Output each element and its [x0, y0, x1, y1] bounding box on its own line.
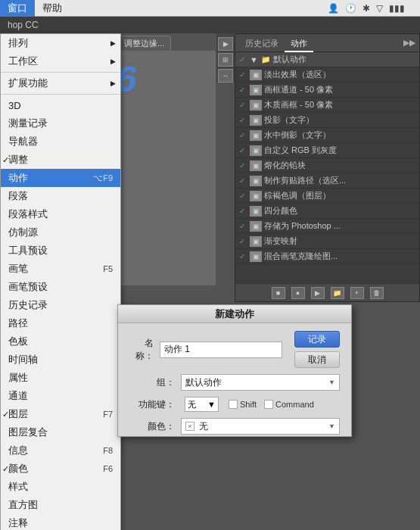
new-action-btn[interactable]: + — [350, 287, 364, 299]
menu-item-label: 调整 — [8, 153, 28, 167]
dialog-group-select[interactable]: 默认动作 ▼ — [181, 374, 340, 391]
menu-item-brush[interactable]: 画笔 F5 — [1, 260, 120, 278]
panel-more-icon[interactable]: ▶▶ — [403, 38, 415, 48]
list-item[interactable]: ✓ ▣ 四分颜色 — [235, 204, 419, 219]
record-btn[interactable]: ● — [291, 287, 305, 299]
list-item[interactable]: ✓ ▣ 自定义 RGB 到灰度 — [235, 143, 419, 158]
shortcut-brush: F5 — [103, 264, 113, 273]
shift-checkbox-item: Shift — [229, 400, 257, 409]
color-x-icon: × — [185, 422, 194, 431]
menu-item-label: 排列 — [8, 36, 28, 50]
new-folder-btn[interactable]: 📁 — [331, 287, 344, 299]
right-tool-strip: ▶ ⊞ ↔ — [216, 33, 235, 83]
ps-titlebar: hop CC — [0, 17, 420, 33]
menu-item-workspace[interactable]: 工作区 — [1, 52, 120, 70]
menu-item-paragraph[interactable]: 段落 — [1, 187, 120, 205]
dialog-name-label: 名称： — [129, 337, 154, 363]
menu-item-label: 图层 — [8, 407, 28, 421]
shortcut-layers: F7 — [103, 410, 113, 419]
dialog-fkey-row: 功能键： 无 ▼ Shift Command — [129, 397, 340, 412]
menu-item-label: 属性 — [8, 371, 28, 385]
menu-item-adjust[interactable]: 调整 — [1, 151, 120, 169]
wifi-icon: ▽ — [376, 3, 383, 14]
panel-header: 历史记录 动作 ▶▶ — [235, 34, 419, 52]
menu-item-label: 色板 — [8, 335, 28, 348]
menu-item-properties[interactable]: 属性 — [1, 369, 120, 387]
menu-item-info[interactable]: 信息 F8 — [1, 441, 120, 460]
adjust-edge-button[interactable]: 调整边缘... — [117, 36, 171, 51]
dialog-body: 名称： 记录 取消 组： 默认动作 ▼ 功能键： 无 — [118, 323, 351, 448]
strip-btn-3[interactable]: ↔ — [218, 69, 233, 83]
fkey-value: 无 — [188, 399, 196, 410]
menu-item-layer-comp[interactable]: 图层复合 — [1, 423, 120, 441]
chevron-down-icon: ▼ — [328, 422, 335, 430]
list-item[interactable]: ✓ ▣ 投影（文字） — [235, 113, 419, 128]
menu-item-history[interactable]: 历史记录 — [1, 296, 120, 314]
menu-item-label: 导航器 — [8, 135, 38, 148]
tab-actions[interactable]: 动作 — [285, 34, 313, 52]
menu-item-color[interactable]: 颜色 F6 — [1, 460, 120, 478]
menu-item-measure[interactable]: 测量记录 — [1, 114, 120, 132]
menu-item-actions[interactable]: 动作 ⌥F9 — [1, 169, 120, 187]
menu-item-label: 工作区 — [8, 55, 38, 68]
delete-btn[interactable]: 🗑 — [370, 287, 384, 299]
dialog-color-row: 颜色： × 无 ▼ — [129, 418, 340, 435]
dialog-name-input[interactable] — [160, 341, 282, 358]
menu-item-paths[interactable]: 路径 — [1, 314, 120, 332]
list-item[interactable]: ✓ ▣ 水中倒影（文字） — [235, 128, 419, 143]
menu-item-arrange[interactable]: 排列 — [1, 34, 120, 52]
menu-item-channels[interactable]: 通道 — [1, 387, 120, 405]
strip-btn-2[interactable]: ⊞ — [218, 53, 233, 67]
menu-item-label: 画笔预设 — [8, 280, 48, 294]
command-checkbox[interactable] — [264, 400, 273, 409]
menu-item-clone-src[interactable]: 仿制源 — [1, 223, 120, 242]
dialog-group-label: 组： — [129, 376, 175, 389]
menu-item-label: 测量记录 — [8, 117, 48, 130]
shift-checkbox[interactable] — [229, 400, 238, 409]
dialog-color-select[interactable]: × 无 ▼ — [181, 418, 340, 435]
menu-item-layers[interactable]: 图层 F7 — [1, 405, 120, 423]
list-item[interactable]: ✓ ▣ 混合画笔克隆绘图... — [235, 249, 419, 264]
menu-item-extend[interactable]: 扩展功能 — [1, 74, 120, 92]
menu-item-brush-preset[interactable]: 画笔预设 — [1, 278, 120, 296]
menu-item-navigator[interactable]: 导航器 — [1, 132, 120, 151]
dialog-fkey-select[interactable]: 无 ▼ — [185, 397, 219, 412]
stop-btn[interactable]: ■ — [272, 287, 285, 299]
menu-item-help[interactable]: 帮助 — [35, 0, 70, 17]
cancel-button[interactable]: 取消 — [294, 351, 340, 368]
list-item[interactable]: ✓ ▣ 木质画框 - 50 像素 — [235, 98, 419, 113]
shortcut-info: F8 — [103, 446, 113, 455]
dialog-group-row: 组： 默认动作 ▼ — [129, 374, 340, 391]
menu-item-swatches[interactable]: 色板 — [1, 332, 120, 351]
menu-item-timeline[interactable]: 时间轴 — [1, 351, 120, 369]
list-item[interactable]: ✓ ▣ 画框通道 - 50 像素 — [235, 83, 419, 98]
menu-item-notes[interactable]: 注释 — [1, 514, 120, 530]
list-item[interactable]: ✓ ▣ 制作剪贴路径（选区... — [235, 173, 419, 189]
actions-list: ✓ ▼ 📁 默认动作 ✓ ▣ 淡出效果（选区） ✓ ▣ 画框通道 - 50 像素… — [235, 52, 419, 274]
menu-item-label: 3D — [8, 100, 21, 111]
menu-item-window[interactable]: 窗口 — [0, 0, 35, 17]
dialog-group-value: 默认动作 — [185, 376, 222, 389]
tab-history[interactable]: 历史记录 — [239, 34, 285, 52]
menu-item-label: 工具预设 — [8, 244, 48, 257]
menu-item-histogram[interactable]: 直方图 — [1, 496, 120, 514]
menu-item-3d[interactable]: 3D — [1, 96, 120, 114]
list-item[interactable]: ✓ ▣ 熔化的铅块 — [235, 158, 419, 173]
menu-item-parastyle[interactable]: 段落样式 — [1, 205, 120, 223]
dialog-right-buttons: 记录 取消 — [288, 331, 340, 368]
list-item[interactable]: ✓ ▣ 淡出效果（选区） — [235, 67, 419, 83]
list-item[interactable]: ✓ ▣ 存储为 Photoshop ... — [235, 219, 419, 234]
play-btn[interactable]: ▶ — [311, 287, 325, 299]
strip-btn-1[interactable]: ▶ — [218, 37, 233, 51]
menu-item-label: 注释 — [8, 516, 28, 530]
menu-item-label: 直方图 — [8, 498, 38, 512]
group-label: 默认动作 — [273, 54, 306, 65]
list-item[interactable]: ✓ ▣ 棕褐色调（图层） — [235, 189, 419, 204]
menu-item-label: 图层复合 — [8, 426, 48, 439]
list-item[interactable]: ✓ ▣ 渐变映射 — [235, 234, 419, 249]
menu-item-label: 仿制源 — [8, 226, 38, 239]
menu-item-styles[interactable]: 样式 — [1, 478, 120, 496]
panel-bottom-controls: ■ ● ▶ 📁 + 🗑 — [235, 283, 419, 301]
record-button[interactable]: 记录 — [294, 331, 340, 348]
menu-item-tool-preset[interactable]: 工具预设 — [1, 242, 120, 260]
